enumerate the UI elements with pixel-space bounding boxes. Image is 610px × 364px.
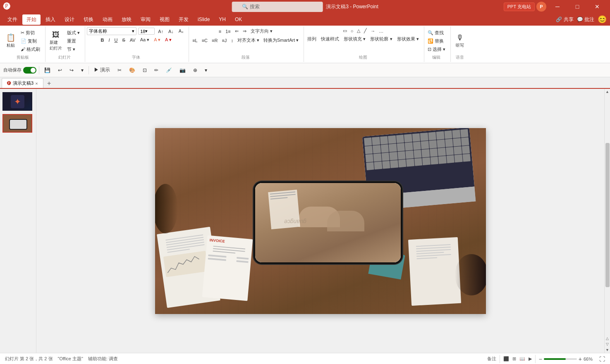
scroll-down-btn[interactable]: ▼ (605, 347, 610, 353)
shape-triangle-btn[interactable]: △ (355, 27, 362, 34)
layout-btn[interactable]: 版式 ▾ (65, 29, 81, 37)
menu-dev[interactable]: 开发 (175, 14, 193, 25)
menu-animations[interactable]: 动画 (98, 14, 117, 25)
scroll-track[interactable] (605, 95, 610, 335)
underline-btn[interactable]: U (113, 37, 120, 43)
autosave-switch[interactable] (23, 67, 36, 74)
bullet-list-btn[interactable]: ≡ (217, 27, 223, 35)
font-increase-btn[interactable]: A↑ (156, 28, 165, 35)
menu-yh[interactable]: YH (215, 15, 230, 24)
menu-islide[interactable]: iSlide (194, 15, 214, 24)
menu-insert[interactable]: 插入 (41, 14, 60, 25)
search-box[interactable]: 🔍 搜索 (232, 2, 323, 12)
indent-decrease-btn[interactable]: ⇐ (233, 27, 240, 35)
more-tools-btn[interactable]: ▾ (202, 66, 210, 74)
new-slide-btn[interactable]: 🖼 新建幻灯片 (47, 30, 65, 52)
camera-btn[interactable]: 📷 (177, 66, 188, 74)
eyedropper-btn[interactable]: 💉 (163, 66, 175, 74)
replace-btn[interactable]: 🔁 替换 (426, 37, 447, 45)
fit-window-btn[interactable]: ⛶ (599, 356, 605, 362)
scroll-thumb[interactable] (605, 143, 610, 288)
share-btn[interactable]: 🔗 共享 (556, 16, 573, 23)
text-direction-btn[interactable]: 文字方向 ▾ (249, 27, 274, 35)
view-reading-btn[interactable]: 📖 (519, 356, 525, 362)
italic-btn[interactable]: I (107, 37, 111, 43)
shape-fill-btn[interactable]: 形状填充 ▾ (342, 35, 367, 43)
zoom-out-btn[interactable]: − (539, 356, 542, 362)
reset-btn[interactable]: 重置 (65, 37, 81, 45)
justify-btn[interactable]: ≡J (220, 36, 228, 44)
minimize-btn[interactable]: ─ (548, 0, 567, 13)
menu-slideshow[interactable]: 放映 (117, 14, 136, 25)
shape-effect-btn[interactable]: 形状效果 ▾ (395, 35, 421, 43)
line-spacing-btn[interactable]: ↕ (229, 36, 235, 44)
notes-btn[interactable]: 备注 (487, 356, 496, 362)
shape-circle-btn[interactable]: ○ (349, 27, 355, 34)
font-size-input[interactable]: 18 ▾ (138, 28, 155, 35)
copy-btn[interactable]: 📄 复制 (19, 37, 42, 45)
slide-img-1[interactable]: ✦ (2, 92, 32, 111)
menu-home[interactable]: 开始 (22, 14, 41, 25)
menu-file[interactable]: 文件 (3, 14, 22, 25)
shape-outline-btn[interactable]: 形状轮廓 ▾ (368, 35, 394, 43)
maximize-btn[interactable]: □ (568, 0, 587, 13)
align-left-btn[interactable]: ≡L (191, 36, 199, 44)
border-btn[interactable]: ⊡ (140, 66, 149, 74)
view-sorter-btn[interactable]: ⊞ (512, 356, 516, 362)
user-avatar[interactable]: P (536, 2, 546, 12)
quick-styles-btn[interactable]: 快速样式 (319, 35, 341, 43)
undo-btn[interactable]: ↩ (55, 66, 65, 74)
change-case-btn[interactable]: Aa ▾ (139, 36, 151, 43)
shape-arrow-btn[interactable]: → (369, 27, 377, 34)
ppt-charge-btn[interactable]: PPT 充电站 (504, 2, 535, 11)
strikethrough-btn[interactable]: S (120, 37, 127, 43)
menu-ok[interactable]: OK (231, 15, 246, 24)
shape-more-btn[interactable]: … (377, 27, 385, 34)
zoom-slider[interactable] (544, 358, 577, 360)
view-normal-btn[interactable]: ⬛ (503, 356, 509, 362)
select-btn[interactable]: ⊡ 选择 ▾ (426, 45, 447, 53)
add-tab-btn[interactable]: + (43, 79, 55, 88)
fill-color-btn[interactable]: 🎨 (127, 66, 138, 74)
font-color-btn[interactable]: A ▾ (163, 36, 173, 43)
menu-transitions[interactable]: 切换 (79, 14, 98, 25)
scroll-page-up-btn[interactable]: △ (605, 335, 610, 341)
slide-thumb-1[interactable]: 1 ✦ (2, 92, 33, 111)
menu-design[interactable]: 设计 (60, 14, 79, 25)
scroll-page-down-btn[interactable]: ▽ (605, 341, 610, 347)
menu-view[interactable]: 视图 (155, 14, 174, 25)
arrange-btn[interactable]: 排列 (306, 35, 318, 43)
dictate-btn[interactable]: 🎙 听写 (452, 33, 467, 50)
font-decrease-btn[interactable]: A↓ (167, 28, 175, 35)
phone-mockup[interactable]: guangce (254, 181, 402, 264)
crop-btn[interactable]: ✂ (115, 66, 124, 74)
close-btn[interactable]: ✕ (588, 0, 607, 13)
align-center-btn[interactable]: ≡C (200, 36, 209, 44)
section-btn[interactable]: 节 ▾ (65, 45, 81, 53)
present-btn[interactable]: ▶ 演示 (91, 65, 112, 75)
shape-rect-btn[interactable]: ▭ (341, 27, 349, 34)
redo-btn[interactable]: ↪ (67, 66, 76, 74)
slide-canvas[interactable]: INVOICE (155, 128, 486, 314)
view-slideshow-btn[interactable]: ▶ (529, 356, 532, 362)
tab-close-btn[interactable]: × (35, 81, 38, 86)
find-btn[interactable]: 🔍 查找 (426, 29, 447, 37)
zoom-in-btn[interactable]: + (579, 356, 582, 362)
scroll-up-btn[interactable]: ▲ (605, 89, 610, 95)
slide-img-2[interactable] (2, 114, 32, 133)
bold-btn[interactable]: B (99, 37, 106, 43)
align-right-btn[interactable]: ≡R (210, 36, 219, 44)
paste-btn[interactable]: 📋 粘贴 (3, 33, 18, 50)
presentation-tab[interactable]: 🅟 演示文稿3 × (2, 78, 43, 88)
slide-thumb-2[interactable]: 2 (2, 114, 33, 133)
save-btn[interactable]: 💾 (42, 66, 53, 74)
numbered-list-btn[interactable]: 1≡ (224, 27, 232, 35)
spacing-btn[interactable]: AV (128, 37, 137, 43)
format-painter-btn[interactable]: 🖌 格式刷 (19, 45, 42, 53)
smartart-btn[interactable]: 转换为SmartArt ▾ (262, 36, 300, 44)
cut-btn[interactable]: ✂ 剪切 (19, 29, 42, 37)
align-text-btn[interactable]: 对齐文本 ▾ (236, 36, 261, 44)
batch-review-btn[interactable]: 💬 批注 (577, 16, 594, 23)
pen-btn[interactable]: ✏ (152, 66, 161, 74)
emoji-btn[interactable]: 😊 (598, 15, 607, 24)
